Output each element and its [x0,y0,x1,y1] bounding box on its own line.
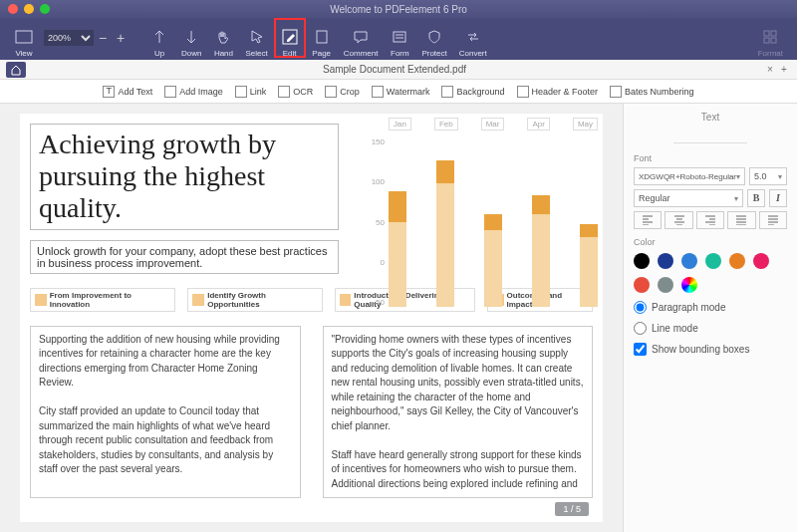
bates-icon [610,86,622,98]
close-tab-button[interactable]: × [763,64,777,75]
color-label: Color [634,237,787,247]
tab-bar: Sample Document Extended.pdf × + [0,60,797,80]
section-tab[interactable]: From Improvement to Innovation [30,288,175,312]
color-swatch[interactable] [634,253,650,269]
color-swatch[interactable] [729,253,745,269]
form-button[interactable]: Form [384,18,415,58]
page-icon [312,27,332,47]
svg-rect-3 [394,32,405,42]
convert-icon [463,27,483,47]
show-boxes-checkbox[interactable]: Show bounding boxes [634,343,787,356]
convert-button[interactable]: Convert [453,18,493,58]
add-text-button[interactable]: TAdd Text [103,86,152,98]
link-icon [235,86,247,98]
ocr-icon [278,86,290,98]
comment-button[interactable]: Comment [338,18,385,58]
zoom-in-button[interactable]: + [114,30,128,46]
align-center-button[interactable] [664,211,692,229]
color-swatch[interactable] [705,253,721,269]
arrow-down-icon [181,27,201,47]
protect-button[interactable]: Protect [415,18,452,58]
crop-icon [325,86,337,98]
bar-chart[interactable]: Jan Feb Mar Apr May 150100500-50 [359,118,598,307]
home-icon [10,64,22,76]
paragraph-mode-radio[interactable]: Paragraph mode [634,301,787,314]
svg-rect-0 [16,31,32,43]
color-swatches [634,253,787,293]
align-right-button[interactable] [696,211,724,229]
home-tab[interactable] [6,62,26,78]
cursor-icon [247,27,267,47]
format-icon [760,27,780,47]
font-size-select[interactable]: 5.0 [749,167,787,185]
svg-rect-8 [764,38,769,43]
column-textbox-right[interactable]: "Providing home owners with these types … [323,326,594,499]
edit-button[interactable]: Edit [274,18,306,58]
down-button[interactable]: Down [175,18,207,58]
format-button: Format [752,18,789,58]
align-buttons [634,211,787,229]
color-swatch[interactable] [681,253,697,269]
svg-rect-6 [764,31,769,36]
align-left-button[interactable] [634,211,662,229]
svg-rect-2 [317,31,327,43]
main-toolbar: View 200% − + Up Down Hand Select Edit P… [0,18,797,60]
color-swatch[interactable] [753,253,769,269]
select-button[interactable]: Select [239,18,273,58]
font-style-select[interactable]: Regular [634,189,743,207]
watermark-button[interactable]: Watermark [372,86,430,98]
view-icon [14,27,34,47]
radio-input[interactable] [634,322,647,335]
align-other-button[interactable] [759,211,787,229]
background-icon [441,86,453,98]
titlebar: Welcome to PDFelement 6 Pro [0,0,797,18]
color-swatch[interactable] [681,277,697,293]
document-viewport[interactable]: Achieving growth by pursuing the highest… [0,104,623,532]
header-footer-button[interactable]: Header & Footer [517,86,599,98]
line-mode-radio[interactable]: Line mode [634,322,787,335]
color-swatch[interactable] [658,277,673,293]
image-icon [164,86,176,98]
link-button[interactable]: Link [235,86,267,98]
crop-button[interactable]: Crop [325,86,360,98]
section-tab[interactable]: Identify Growth Opportunities [187,288,322,312]
font-family-select[interactable]: XDGWQR+Roboto-Regular [634,167,745,185]
section-icon [35,294,47,306]
hand-button[interactable]: Hand [207,18,239,58]
form-icon [390,27,409,47]
zoom-select[interactable]: 200% [44,30,94,46]
zoom-out-button[interactable]: − [96,30,110,46]
view-button[interactable]: View [8,18,40,58]
headline-textbox[interactable]: Achieving growth by pursuing the highest… [30,124,339,230]
font-label: Font [634,153,787,163]
section-icon [192,294,204,306]
ocr-button[interactable]: OCR [278,86,313,98]
radio-input[interactable] [634,301,647,314]
color-swatch[interactable] [658,253,673,269]
svg-rect-9 [771,38,776,43]
background-button[interactable]: Background [441,86,504,98]
pdf-page: Achieving growth by pursuing the highest… [20,114,603,522]
properties-panel: Text Font XDGWQR+Roboto-Regular 5.0 Regu… [623,104,797,532]
chart-y-axis: 150100500-50 [359,137,385,307]
document-tab[interactable]: Sample Document Extended.pdf [26,64,763,75]
panel-title: Text [634,112,787,123]
chart-bars [389,137,598,307]
color-swatch[interactable] [634,277,650,293]
italic-button[interactable]: I [769,189,787,207]
bold-button[interactable]: B [747,189,765,207]
add-tab-button[interactable]: + [777,64,791,75]
edit-icon [280,27,300,47]
arrow-up-icon [149,27,169,47]
bates-button[interactable]: Bates Numbering [610,86,694,98]
up-button[interactable]: Up [143,18,175,58]
add-image-button[interactable]: Add Image [164,86,223,98]
checkbox-input[interactable] [634,343,647,356]
column-textbox-left[interactable]: Supporting the addition of new housing w… [30,326,301,499]
page-button[interactable]: Page [306,18,338,58]
header-footer-icon [517,86,529,98]
edit-sub-toolbar: TAdd Text Add Image Link OCR Crop Waterm… [0,80,797,104]
subheading-textbox[interactable]: Unlock growth for your company, adopt th… [30,240,339,274]
text-columns: Supporting the addition of new housing w… [30,326,593,499]
align-justify-button[interactable] [727,211,755,229]
